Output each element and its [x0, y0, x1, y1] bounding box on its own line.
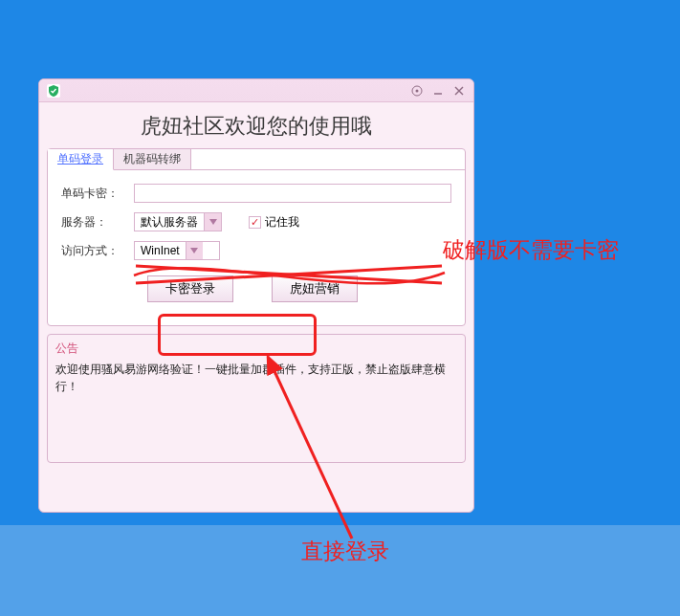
server-value: 默认服务器	[141, 214, 198, 231]
server-combo[interactable]: 默认服务器	[134, 212, 222, 231]
login-window: 虎妞社区欢迎您的使用哦 单码登录 机器码转绑 单码卡密： 服务器： 默认服务器 …	[38, 78, 474, 513]
card-label: 单码卡密：	[61, 186, 126, 202]
checkbox-icon	[249, 216, 261, 229]
tab-login[interactable]: 单码登录	[48, 149, 114, 170]
annotation-red-box	[158, 314, 317, 356]
chevron-down-icon	[186, 242, 203, 259]
titlebar	[39, 79, 473, 102]
login-panel: 单码登录 机器码转绑 单码卡密： 服务器： 默认服务器 记住我 访问方式：	[47, 148, 466, 326]
remember-checkbox[interactable]: 记住我	[249, 214, 299, 231]
close-button[interactable]	[452, 84, 466, 98]
announcement-text: 欢迎使用骚风易游网络验证！一键批量加群插件，支持正版，禁止盗版肆意横行！	[55, 361, 457, 395]
settings-button[interactable]	[410, 84, 424, 98]
remember-label: 记住我	[265, 214, 299, 231]
minimize-button[interactable]	[431, 84, 445, 98]
svg-point-1	[416, 89, 419, 92]
marketing-button[interactable]: 虎妞营销	[272, 275, 358, 302]
tab-rebind[interactable]: 机器码转绑	[114, 149, 191, 169]
login-button[interactable]: 卡密登录	[147, 275, 233, 302]
server-label: 服务器：	[61, 214, 126, 231]
access-label: 访问方式：	[61, 243, 126, 259]
access-combo[interactable]: WinInet	[134, 241, 220, 260]
headline: 虎妞社区欢迎您的使用哦	[39, 102, 473, 148]
access-value: WinInet	[141, 244, 180, 257]
card-input[interactable]	[134, 184, 451, 203]
shield-icon	[47, 84, 60, 98]
chevron-down-icon	[204, 213, 221, 231]
